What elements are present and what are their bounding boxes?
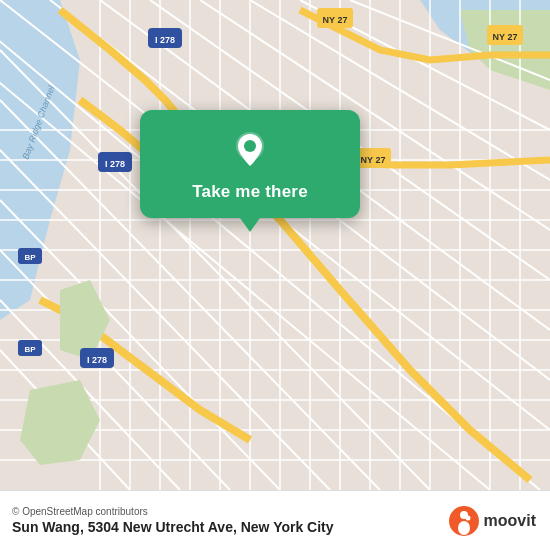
moovit-brand-icon [449, 506, 479, 536]
svg-text:I 278: I 278 [87, 355, 107, 365]
svg-text:I 278: I 278 [155, 35, 175, 45]
location-name: Sun Wang, 5304 New Utrecht Ave, New York… [12, 519, 334, 535]
location-pin-icon [228, 128, 272, 172]
take-me-there-button[interactable]: Take me there [192, 182, 308, 202]
moovit-label: moovit [484, 512, 536, 530]
svg-text:NY 27: NY 27 [323, 15, 348, 25]
svg-text:NY 27: NY 27 [361, 155, 386, 165]
svg-point-71 [458, 521, 470, 535]
bottom-bar: © OpenStreetMap contributors Sun Wang, 5… [0, 490, 550, 550]
svg-point-68 [244, 140, 256, 152]
svg-text:I 278: I 278 [105, 159, 125, 169]
map-svg: I 278 I 278 I 278 NY 27 NY 27 NY 27 BP B… [0, 0, 550, 490]
svg-text:BP: BP [24, 253, 36, 262]
osm-credit: © OpenStreetMap contributors [12, 506, 334, 517]
svg-point-72 [465, 515, 470, 520]
svg-text:BP: BP [24, 345, 36, 354]
popup-card: Take me there [140, 110, 360, 218]
svg-text:NY 27: NY 27 [493, 32, 518, 42]
bottom-left: © OpenStreetMap contributors Sun Wang, 5… [12, 506, 334, 535]
moovit-logo: moovit [449, 506, 536, 536]
map-container: I 278 I 278 I 278 NY 27 NY 27 NY 27 BP B… [0, 0, 550, 490]
